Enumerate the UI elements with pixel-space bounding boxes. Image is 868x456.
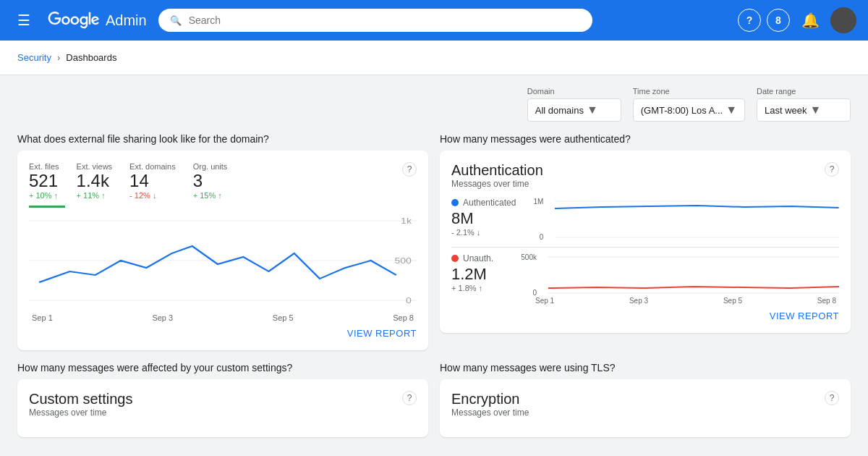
auth-authenticated-legend: Authenticated [451,198,516,208]
svg-text:1k: 1k [401,217,412,225]
custom-settings-card: Custom settings Messages over time ? [17,379,428,437]
auth-x-sep5: Sep 5 [723,297,742,305]
auth-title-group: Authentication Messages over time [451,162,543,189]
domain-select[interactable]: All domains ▼ [527,98,621,122]
file-sharing-section: What does external file sharing look lik… [17,133,428,350]
domain-chevron-icon: ▼ [587,104,598,117]
auth-header: Authentication Messages over time ? [451,162,839,189]
timezone-chevron-icon: ▼ [726,104,737,117]
timezone-select[interactable]: (GMT-8:00) Los A... ▼ [633,98,745,122]
custom-settings-card-title: Custom settings [29,391,132,408]
admin-label: Admin [106,12,147,29]
header-actions: ? 8 🔔 [738,6,856,35]
auth-x-sep8: Sep 8 [817,297,836,305]
stat-ext-files: Ext. files 521 + 10% ↑ [29,162,59,200]
custom-settings-title-group: Custom settings Messages over time [29,391,132,418]
encryption-section: How many messages were using TLS? Encryp… [440,362,851,437]
auth-card: Authentication Messages over time ? Auth… [440,151,851,333]
stat-org-units-label: Org. units [193,162,228,171]
breadcrumb-current: Dashboards [66,52,116,63]
breadcrumb: Security › Dashboards [0,41,868,75]
auth-unauth-svg [548,253,839,297]
notifications-button[interactable]: 🔔 [796,6,825,35]
domain-filter-label: Domain [527,87,621,96]
auth-unauth-change: + 1.8% ↑ [451,284,509,292]
timezone-select-value: (GMT-8:00) Los A... [641,105,723,116]
encryption-title-group: Encryption Messages over time [451,391,529,418]
search-icon: 🔍 [170,15,182,26]
daterange-chevron-icon: ▼ [810,104,822,117]
filters-row: Domain All domains ▼ Time zone (GMT-8:00… [17,87,851,122]
auth-authenticated-svg [555,198,839,241]
auth-x-sep3: Sep 3 [629,297,648,305]
encryption-card: Encryption Messages over time ? [440,379,851,437]
auth-unauth-value: 1.2M [451,265,509,284]
stat-ext-domains-change: - 12% ↓ [129,191,176,200]
app-logo: Admin [48,12,147,29]
auth-help-icon[interactable]: ? [825,162,839,177]
stat-ext-domains: Ext. domains 14 - 12% ↓ [129,162,176,200]
x-label-sep5: Sep 5 [273,313,294,322]
daterange-select[interactable]: Last week ▼ [757,98,851,122]
authentication-section: How many messages were authenticated? Au… [440,133,851,350]
svg-text:0: 0 [406,297,412,305]
unauth-legend-label: Unauth. [463,253,493,263]
auth-view-report[interactable]: VIEW REPORT [451,305,839,321]
timezone-filter: Time zone (GMT-8:00) Los A... ▼ [633,87,745,122]
auth-question: How many messages were authenticated? [440,133,851,145]
encryption-card-title: Encryption [451,391,529,408]
auth-unauth-legend: Unauth. [451,253,509,263]
stat-color-bar [29,206,65,208]
auth-divider [451,247,839,248]
custom-settings-section: How many messages were affected by your … [17,362,428,437]
timezone-filter-label: Time zone [633,87,745,96]
auth-authenticated-change: - 2.1% ↓ [451,228,516,237]
unauth-legend-dot [451,255,459,262]
auth-authenticated-row: Authenticated 8M - 2.1% ↓ 1M 0 [451,198,839,241]
dashboard-grid: What does external file sharing look lik… [17,133,851,437]
auth-x-labels: Sep 1 Sep 3 Sep 5 Sep 8 [532,297,839,305]
search-bar[interactable]: 🔍 [158,9,592,32]
auth-authenticated-value: 8M [451,209,516,228]
file-sharing-chart: 1k 500 0 [29,214,417,308]
auth-authenticated-meta: Authenticated 8M - 2.1% ↓ [451,198,516,237]
stat-ext-views: Ext. views 1.4k + 11% ↑ [77,162,113,200]
auth-authenticated-y-labels: 1M 0 [524,198,546,241]
auth-authenticated-chart [555,198,839,241]
encryption-question: How many messages were using TLS? [440,362,851,373]
app-header: ☰ Admin 🔍 ? 8 🔔 [0,0,868,41]
contact-button[interactable]: 8 [767,9,790,32]
custom-settings-help-icon[interactable]: ? [402,391,417,405]
stat-ext-files-value: 521 [29,171,59,191]
search-input[interactable] [189,14,581,26]
authenticated-legend-dot [451,199,459,206]
domain-select-value: All domains [535,105,584,116]
stat-ext-domains-label: Ext. domains [129,162,176,171]
help-button[interactable]: ? [738,9,761,32]
domain-filter: Domain All domains ▼ [527,87,621,122]
stat-org-units-value: 3 [193,171,228,191]
file-stats: Ext. files 521 + 10% ↑ Ext. views 1.4k +… [29,162,417,200]
file-sharing-view-report[interactable]: VIEW REPORT [29,322,417,339]
encryption-help-icon[interactable]: ? [825,391,839,405]
daterange-select-value: Last week [765,105,807,116]
stat-ext-domains-value: 14 [129,171,176,191]
avatar[interactable] [830,7,856,33]
main-content: Domain All domains ▼ Time zone (GMT-8:00… [0,75,868,449]
stat-org-units: Org. units 3 + 15% ↑ [193,162,228,200]
breadcrumb-security-link[interactable]: Security [17,52,51,63]
auth-card-title: Authentication [451,162,543,179]
breadcrumb-separator: › [57,52,60,63]
file-sharing-card: Ext. files 521 + 10% ↑ Ext. views 1.4k +… [17,151,428,350]
auth-unauth-row: Unauth. 1.2M + 1.8% ↑ 500k 0 [451,253,839,297]
menu-icon[interactable]: ☰ [12,6,36,35]
file-sharing-help-icon[interactable]: ? [402,162,417,177]
x-label-sep3: Sep 3 [152,313,173,322]
auth-unauth-chart [548,253,839,297]
custom-settings-card-subtitle: Messages over time [29,408,132,418]
x-label-sep8: Sep 8 [393,313,414,322]
auth-unauth-y-labels: 500k 0 [518,253,540,297]
file-sharing-chart-svg: 1k 500 0 [29,214,417,308]
authenticated-legend-label: Authenticated [463,198,516,208]
auth-x-sep1: Sep 1 [535,297,554,305]
